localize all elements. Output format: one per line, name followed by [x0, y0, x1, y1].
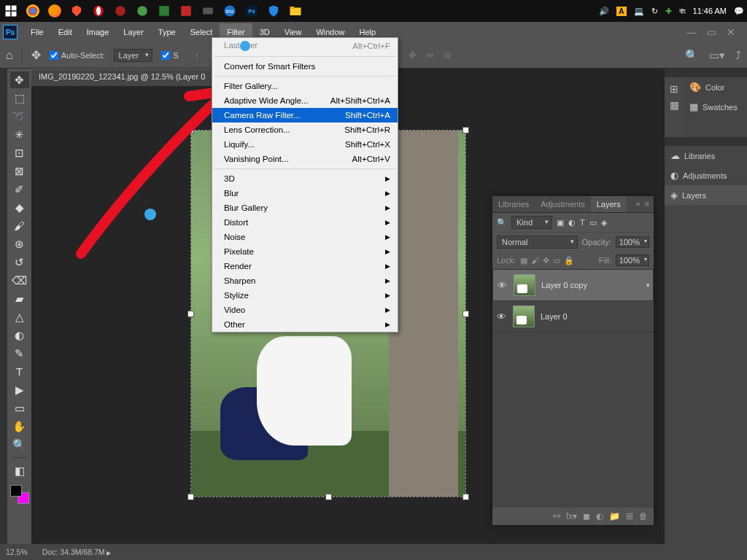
opera-icon[interactable]	[90, 3, 107, 19]
kind-smart-icon[interactable]: ◈	[601, 218, 607, 228]
color-panel-tab[interactable]: 🎨Color	[684, 77, 747, 97]
color-swatches[interactable]	[10, 485, 29, 504]
maximize-button[interactable]: ▭	[707, 26, 716, 38]
lasso-tool[interactable]: ➰	[10, 108, 29, 125]
eyedropper-tool[interactable]: ✐	[10, 181, 29, 198]
action-center-icon[interactable]: 💬	[734, 7, 744, 16]
handle-bottom-left[interactable]	[187, 494, 194, 500]
filter-other-submenu[interactable]: Other▶	[212, 317, 398, 332]
auto-select-checkbox[interactable]: Auto-Select:	[50, 51, 105, 60]
filter-vanishing-point[interactable]: Vanishing Point...Alt+Ctrl+V	[212, 152, 398, 166]
sync-icon[interactable]: ↻	[651, 7, 658, 16]
delete-layer-icon[interactable]: 🗑	[639, 511, 648, 521]
hand-tool[interactable]: ✋	[10, 418, 29, 435]
lp-tab-adjustments[interactable]: Adjustments	[535, 196, 591, 212]
home-icon[interactable]: ⌂	[6, 49, 13, 62]
handle-bottom-right[interactable]	[462, 494, 469, 500]
volume-icon[interactable]: 🔊	[599, 7, 609, 16]
layer-row[interactable]: 👁 Layer 0 copy	[492, 269, 654, 301]
handle-top-right[interactable]	[462, 127, 469, 133]
start-button[interactable]	[3, 3, 19, 19]
kind-type-icon[interactable]: T	[580, 218, 585, 227]
libraries-panel-tab[interactable]: ☁Libraries	[665, 146, 747, 166]
filter-kind-search-icon[interactable]: 🔍	[497, 218, 507, 228]
filter-pixelate-submenu[interactable]: Pixelate▶	[212, 244, 398, 259]
photoshop-task-icon[interactable]: Ps	[244, 3, 260, 19]
quickmask-icon[interactable]: ◧	[10, 462, 29, 479]
search-icon[interactable]: 🔍	[685, 49, 699, 62]
layer-fx-icon[interactable]: fx▾	[566, 511, 577, 521]
filter-camera-raw[interactable]: Camera Raw Filter...Shift+Ctrl+A	[212, 108, 398, 122]
visibility-toggle[interactable]: 👁	[497, 311, 507, 322]
explorer-icon[interactable]	[287, 3, 303, 19]
document-tab-1[interactable]: IMG_20190220_122341.jpg @ 12.5% (Layer 0	[31, 69, 213, 86]
lock-pixels-icon[interactable]: ▦	[520, 256, 527, 265]
properties-icon[interactable]: ⊞	[670, 83, 678, 95]
filter-distort-submenu[interactable]: Distort▶	[212, 215, 398, 230]
swatches-panel-tab[interactable]: ▦Swatches	[684, 97, 747, 117]
kind-shape-icon[interactable]: ▭	[589, 218, 597, 228]
pen-tool[interactable]: ✎	[10, 345, 29, 362]
defender-icon[interactable]: ✚	[665, 7, 672, 16]
frame-tool[interactable]: ⊠	[10, 163, 29, 179]
clock[interactable]: 11:46 AM	[693, 7, 727, 15]
workspace-icon[interactable]: ▭▾	[709, 49, 725, 62]
filter-lens-correction[interactable]: Lens Correction...Shift+Ctrl+R	[212, 122, 398, 137]
type-tool[interactable]: T	[10, 363, 29, 380]
adjustments-panel-tab[interactable]: ◐Adjustments	[665, 166, 747, 185]
lp-tab-layers[interactable]: Layers	[591, 196, 627, 212]
auto-select-target[interactable]: Layer	[114, 49, 153, 62]
move-tool[interactable]: ✥	[10, 71, 29, 88]
lp-tab-libraries[interactable]: Libraries	[492, 196, 535, 212]
imo-icon[interactable]: imo	[222, 3, 238, 19]
layer-name[interactable]: Layer 0 copy	[541, 281, 587, 289]
app-icon-globe[interactable]	[134, 3, 150, 19]
close-button[interactable]: ✕	[727, 26, 735, 38]
zoom-tool[interactable]: 🔍	[10, 436, 29, 453]
dodge-tool[interactable]: ◐	[10, 327, 29, 343]
link-layers-icon[interactable]: ⚯	[553, 511, 560, 521]
new-layer-icon[interactable]: ⊞	[626, 511, 633, 521]
3d-zoom-icon[interactable]: ⊚	[441, 49, 454, 62]
clone-tool[interactable]: ⊛	[10, 236, 29, 252]
path-select-tool[interactable]: ▶	[10, 381, 29, 398]
filter-stylize-submenu[interactable]: Stylize▶	[212, 288, 398, 303]
menu-edit[interactable]: Edit	[51, 23, 80, 41]
brush-tool[interactable]: 🖌	[10, 217, 29, 234]
blur-tool[interactable]: △	[10, 308, 29, 325]
handle-mid-right[interactable]	[462, 311, 469, 317]
adjustment-layer-icon[interactable]: ◐	[596, 511, 603, 521]
layer-thumbnail[interactable]	[513, 306, 535, 327]
group-icon[interactable]: 📁	[609, 511, 620, 521]
rectangle-tool[interactable]: ▭	[10, 400, 29, 416]
network-icon[interactable]: 💻	[634, 7, 644, 16]
menu-layer[interactable]: Layer	[116, 23, 151, 41]
lock-artboard-icon[interactable]: ▭	[553, 256, 560, 265]
heal-tool[interactable]: ◆	[10, 199, 29, 216]
filter-kind-select[interactable]: Kind	[511, 216, 552, 229]
panel-menu-icon[interactable]: ≡	[645, 199, 649, 209]
align-left-icon[interactable]: ⫞	[190, 49, 203, 62]
layer-name[interactable]: Layer 0	[541, 312, 568, 321]
filter-adaptive-wide-angle[interactable]: Adaptive Wide Angle...Alt+Shift+Ctrl+A	[212, 93, 398, 108]
filter-convert-smart[interactable]: Convert for Smart Filters	[212, 59, 398, 74]
menu-type[interactable]: Type	[151, 23, 183, 41]
menu-image[interactable]: Image	[80, 23, 117, 41]
info-icon[interactable]: ▦	[670, 99, 679, 111]
kind-adjust-icon[interactable]: ◐	[568, 218, 576, 228]
filter-noise-submenu[interactable]: Noise▶	[212, 230, 398, 244]
kind-pixel-icon[interactable]: ▣	[557, 218, 564, 228]
handle-bottom-mid[interactable]	[325, 494, 332, 500]
gradient-tool[interactable]: ▰	[10, 290, 29, 307]
visibility-toggle[interactable]: 👁	[498, 280, 508, 291]
lang-indicator[interactable]: A	[616, 7, 626, 16]
layer-row[interactable]: 👁 Layer 0	[492, 301, 654, 332]
filter-last[interactable]: Last Fer Alt+Ctrl+F	[212, 38, 398, 54]
quick-select-tool[interactable]: ✳	[10, 126, 29, 143]
app-icon-1[interactable]	[112, 3, 128, 19]
menu-file[interactable]: File	[23, 23, 51, 41]
3d-slide-icon[interactable]: ⇔	[423, 49, 436, 62]
show-transform-checkbox[interactable]: S	[161, 51, 178, 60]
filter-blur-gallery-submenu[interactable]: Blur Gallery▶	[212, 201, 398, 215]
lock-paint-icon[interactable]: 🖌	[531, 256, 539, 265]
